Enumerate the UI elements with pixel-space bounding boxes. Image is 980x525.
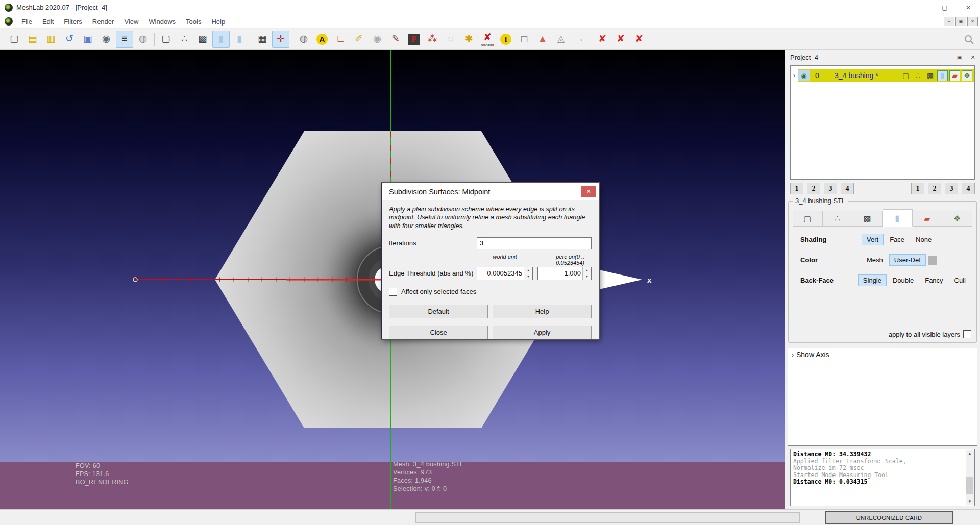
mdi-restore-button[interactable]: ▣	[955, 17, 966, 26]
view-slot-button[interactable]: 2	[807, 183, 820, 194]
pickpoints-button[interactable]: P	[405, 31, 423, 48]
view-slot-button[interactable]: 4	[841, 183, 854, 194]
save-mesh-button[interactable]: ▣	[79, 31, 96, 48]
tab-color[interactable]: ▰	[913, 211, 943, 227]
panel-close-icon[interactable]: ✕	[967, 52, 978, 62]
shading-vert[interactable]: Vert	[862, 234, 884, 245]
delete-selected-faces-button[interactable]: ✘	[594, 31, 611, 48]
spin-down-icon[interactable]: ▼	[583, 273, 591, 280]
menu-item[interactable]: Filters	[59, 16, 87, 28]
affect-selected-checkbox[interactable]	[389, 288, 397, 296]
mdi-minimize-button[interactable]: –	[944, 17, 954, 26]
show-axis-expander-icon[interactable]: ›	[789, 351, 796, 359]
apply-button[interactable]: Apply	[493, 326, 592, 339]
draw-points-button[interactable]: ∴	[176, 31, 193, 48]
tab-wireframe[interactable]: ▩	[852, 211, 883, 227]
scroll-up-icon[interactable]: ▲	[966, 450, 974, 457]
menu-item[interactable]: Edit	[37, 16, 59, 28]
view-slot-button[interactable]: 4	[962, 183, 975, 194]
color-userdef[interactable]: User-Def	[889, 254, 926, 266]
draw-flat-button[interactable]: ▮	[212, 31, 230, 48]
backface-double[interactable]: Double	[888, 274, 919, 286]
align-tool-button[interactable]: ◌	[442, 31, 459, 48]
menu-item[interactable]: File	[16, 16, 37, 28]
layer-color-icon[interactable]: ▰	[949, 70, 960, 81]
virtual-scan-button[interactable]: ⁂	[424, 31, 441, 48]
backface-fancy[interactable]: Fancy	[920, 274, 948, 286]
view-slot-button[interactable]: 1	[790, 183, 803, 194]
layer-texture-icon[interactable]: ❖	[962, 70, 972, 81]
iterations-input[interactable]	[477, 237, 592, 249]
info-button[interactable]: i	[497, 31, 514, 48]
menu-item[interactable]: Windows	[143, 16, 181, 28]
show-trackball-button[interactable]: ✛	[272, 31, 289, 48]
edge-threshold-perc-value[interactable]: 1.000	[538, 269, 582, 277]
tab-flat[interactable]: ▮	[883, 209, 913, 227]
help-button[interactable]: Help	[493, 305, 592, 318]
orthographic-view-button[interactable]: ◍	[295, 31, 312, 48]
web-export-button[interactable]: ◍	[134, 31, 152, 48]
menu-item[interactable]: Render	[87, 16, 119, 28]
import-mesh-button[interactable]: ▥	[42, 31, 60, 48]
show-layers-button[interactable]: ≡	[116, 31, 133, 48]
menu-item[interactable]: View	[119, 16, 143, 28]
view-slot-button[interactable]: 3	[824, 183, 837, 194]
menu-item[interactable]: Tools	[181, 16, 206, 28]
dialog-close-button[interactable]: ✕	[581, 186, 596, 197]
camera-disabled-button[interactable]: ◉	[369, 31, 386, 48]
spin-down-icon[interactable]: ▼	[524, 273, 532, 280]
unrecognized-card-button[interactable]: UNRECOGNIZED CARD	[825, 511, 953, 524]
draw-smooth-button[interactable]: ▮	[231, 31, 248, 48]
layer-name[interactable]: 3_4 bushing *	[835, 71, 900, 80]
draw-wireframe-button[interactable]: ▩	[194, 31, 211, 48]
layer-expand-icon[interactable]: ›	[791, 69, 798, 82]
backface-cull[interactable]: Cull	[949, 274, 971, 286]
georef-delete-button[interactable]: ✘ GEOREF	[479, 31, 496, 48]
panel-float-icon[interactable]: ▣	[954, 52, 965, 62]
z-painting-button[interactable]: ✎	[387, 31, 404, 48]
draw-texture-button[interactable]: ▦	[254, 31, 271, 48]
new-document-button[interactable]: ▢	[6, 31, 23, 48]
userdef-color-swatch[interactable]	[928, 256, 937, 265]
spin-up-icon[interactable]: ▲	[524, 267, 532, 273]
view-slot-button[interactable]: 2	[928, 183, 941, 194]
shading-none[interactable]: None	[911, 234, 937, 245]
scroll-thumb[interactable]	[966, 477, 973, 494]
layer-row[interactable]: › ◉ 0 3_4 bushing * ▢ ∴ ▩ ▮ ▰	[791, 69, 974, 82]
delete-selected-all-button[interactable]: ✘	[630, 31, 648, 48]
edge-threshold-abs-spinbox[interactable]: 0.00052345 ▲ ▼	[477, 267, 533, 280]
layer-wireframe-icon[interactable]: ▩	[925, 70, 936, 81]
layer-flat-icon[interactable]: ▮	[937, 70, 948, 81]
draw-bbox-button[interactable]: ▢	[157, 31, 175, 48]
edge-threshold-abs-value[interactable]: 0.00052345	[477, 269, 524, 277]
window-close-button[interactable]: ✕	[957, 0, 980, 15]
axis-triad-button[interactable]: ∟	[332, 31, 349, 48]
select-faces-all-button[interactable]: ◬	[552, 31, 570, 48]
close-button[interactable]: Close	[389, 326, 488, 339]
spin-up-icon[interactable]: ▲	[583, 267, 591, 273]
show-axis-toggle[interactable]: › Show Axis	[788, 348, 977, 361]
color-mesh[interactable]: Mesh	[862, 254, 888, 266]
layer-points-icon[interactable]: ∴	[913, 70, 923, 81]
shading-face[interactable]: Face	[885, 234, 910, 245]
apply-all-checkbox[interactable]	[963, 330, 971, 338]
lasso-select-button[interactable]: →	[571, 31, 588, 48]
window-maximize-button[interactable]: ▢	[933, 0, 957, 15]
mdi-close-button[interactable]: ✕	[967, 17, 978, 26]
dialog-title-bar[interactable]: Subdivision Surfaces: Midpoint ✕	[382, 183, 599, 200]
quality-mapper-button[interactable]: ✐	[350, 31, 368, 48]
tab-points[interactable]: ∴	[823, 211, 853, 227]
edge-threshold-perc-spinbox[interactable]: 1.000 ▲ ▼	[537, 267, 592, 280]
window-minimize-button[interactable]: –	[910, 0, 933, 15]
ambient-light-button[interactable]: A	[313, 31, 331, 48]
log-scrollbar[interactable]: ▲ ▼	[966, 450, 974, 505]
reload-mesh-button[interactable]: ↺	[61, 31, 78, 48]
layer-visibility-eye-icon[interactable]: ◉	[798, 70, 810, 81]
view-slot-button[interactable]: 3	[945, 183, 958, 194]
select-vertices-button[interactable]: ◻	[516, 31, 533, 48]
view-slot-button[interactable]: 1	[911, 183, 924, 194]
open-project-button[interactable]: ▤	[24, 31, 41, 48]
search-icon[interactable]	[964, 34, 975, 45]
snapshot-button[interactable]: ◉	[97, 31, 115, 48]
layer-bbox-icon[interactable]: ▢	[900, 70, 911, 81]
